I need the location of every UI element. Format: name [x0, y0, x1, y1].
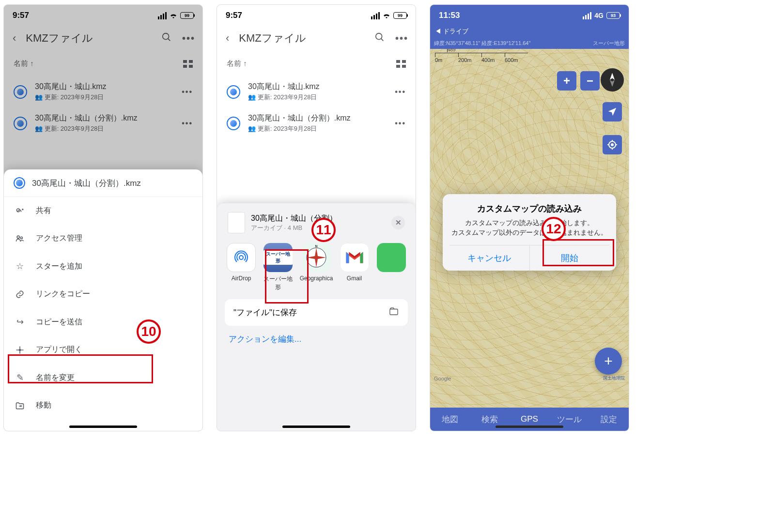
status-bar: 11:53 4G 93 — [430, 5, 629, 26]
edit-actions[interactable]: アクションを編集... — [225, 326, 408, 347]
file-more-icon[interactable]: ••• — [395, 88, 406, 96]
back-button[interactable]: ‹ — [226, 32, 229, 45]
file-subtitle: 👥 更新: 2023年9月28日 — [248, 124, 387, 133]
share-icon — [15, 206, 25, 216]
menu-star[interactable]: ☆スターを追加 — [4, 252, 202, 280]
phone-1: 9:57 99 ‹ KMZファイル ••• 名前 ↑ 30高尾山・城山.kmz … — [4, 5, 202, 431]
scale-bar: 489 0m200m400m600m — [435, 53, 528, 63]
page-title: KMZファイル — [239, 31, 364, 46]
home-indicator — [496, 426, 563, 428]
file-more-icon[interactable]: ••• — [395, 119, 406, 128]
menu-access[interactable]: アクセス管理 — [4, 225, 202, 252]
star-icon: ☆ — [15, 261, 25, 272]
svg-point-6 — [376, 33, 382, 39]
context-sheet: 30高尾山・城山（分割）.kmz 共有 アクセス管理 ☆スターを追加 リンクをコ… — [4, 169, 202, 431]
close-button[interactable]: ✕ — [391, 216, 405, 229]
menu-share[interactable]: 共有 — [4, 197, 202, 225]
svg-point-5 — [19, 349, 20, 350]
document-icon — [228, 212, 245, 233]
network-label: 4G — [594, 12, 604, 19]
dialog-message: カスタムマップの読み込みを開始します。カスタムマップ以外のデータは読み込まれませ… — [450, 218, 609, 238]
file-type-icon — [227, 117, 240, 130]
share-app-row: AirDrop スーパー地形 スーパー地形 N Geographica Gmai… — [225, 240, 408, 296]
step-badge-11: 11 — [311, 218, 336, 242]
step-badge-12: 12 — [542, 217, 566, 241]
sort-row[interactable]: 名前 ↑ — [217, 54, 416, 76]
signal-icon — [583, 12, 591, 19]
drive-header: ‹ KMZファイル ••• — [217, 26, 416, 54]
home-indicator — [69, 426, 137, 428]
gmail-icon — [340, 243, 369, 272]
app-more[interactable] — [376, 243, 407, 291]
app-airdrop[interactable]: AirDrop — [226, 243, 257, 291]
back-to-drive[interactable]: ◀ ドライブ — [430, 26, 629, 39]
file-subtitle: 👥 更新: 2023年9月28日 — [248, 93, 387, 102]
search-icon[interactable] — [374, 32, 386, 45]
file-type-icon — [227, 85, 240, 99]
dialog-title: カスタムマップの読み込み — [450, 203, 609, 214]
layer-label: スーパー地形 — [593, 40, 625, 47]
coord-bar: 緯度:N35°37'48.11" 経度:E139°12'11.64" スーパー地… — [430, 39, 629, 49]
svg-point-8 — [239, 256, 243, 259]
step-badge-10: 10 — [137, 319, 161, 344]
file-row[interactable]: 30高尾山・城山（分割）.kmz 👥 更新: 2023年9月28日 ••• — [217, 107, 416, 139]
folder-move-icon — [15, 401, 25, 410]
send-icon: ↪ — [15, 317, 25, 327]
svg-text:N: N — [315, 244, 317, 248]
tab-settings[interactable]: 設定 — [589, 408, 629, 431]
tab-map[interactable]: 地図 — [430, 408, 470, 431]
add-fab[interactable]: + — [595, 348, 622, 375]
svg-point-3 — [17, 236, 19, 238]
app-gmail[interactable]: Gmail — [339, 243, 370, 291]
save-to-files[interactable]: "ファイル"に保存 — [225, 299, 408, 326]
svg-point-15 — [611, 144, 613, 146]
sort-label: 名前 ↑ — [227, 59, 247, 68]
center-button[interactable] — [603, 135, 622, 154]
file-name: 30高尾山・城山（分割）.kmz — [248, 113, 387, 123]
zoom-out-button[interactable]: − — [580, 71, 600, 91]
svg-line-7 — [381, 38, 384, 41]
app-more-icon — [377, 243, 406, 272]
svg-rect-11 — [390, 309, 398, 315]
menu-move[interactable]: 移動 — [4, 392, 202, 419]
view-grid-icon[interactable] — [396, 60, 406, 68]
highlight-12 — [542, 239, 614, 266]
link-icon — [15, 289, 25, 299]
map-attribution: Google — [434, 376, 451, 381]
signal-icon — [371, 12, 380, 19]
phone-2: 9:57 99 ‹ KMZファイル ••• 名前 ↑ 30高尾山・城山.kmz … — [217, 5, 416, 431]
compass-button[interactable] — [601, 68, 624, 91]
more-icon[interactable]: ••• — [395, 33, 407, 44]
highlight-10 — [8, 354, 153, 383]
svg-point-4 — [20, 237, 22, 239]
file-type-icon — [14, 177, 25, 189]
file-row[interactable]: 30高尾山・城山.kmz 👥 更新: 2023年9月28日 ••• — [217, 76, 416, 107]
map-canvas[interactable]: 489 0m200m400m600m + − + Google 国土地理院 カス… — [430, 49, 629, 408]
status-time: 11:53 — [439, 11, 460, 20]
battery-icon: 99 — [393, 12, 407, 19]
people-icon — [15, 234, 25, 243]
folder-icon — [388, 307, 399, 318]
svg-marker-12 — [610, 73, 615, 80]
battery-icon: 93 — [606, 12, 620, 19]
dialog-cancel-button[interactable]: キャンセル — [450, 245, 529, 271]
phone-3: 11:53 4G 93 ◀ ドライブ 緯度:N35°37'48.11" 経度:E… — [430, 5, 629, 431]
file-name: 30高尾山・城山.kmz — [248, 82, 387, 92]
open-with-icon — [15, 345, 25, 355]
status-bar: 9:57 99 — [217, 5, 416, 26]
highlight-11 — [265, 249, 309, 304]
home-indicator — [282, 426, 350, 428]
wifi-icon — [383, 13, 390, 18]
menu-copy-link[interactable]: リンクをコピー — [4, 280, 202, 308]
menu-send-copy[interactable]: ↪コピーを送信 — [4, 308, 202, 336]
sheet-file-name: 30高尾山・城山（分割）.kmz — [32, 178, 141, 189]
zoom-in-button[interactable]: + — [557, 71, 576, 91]
locate-button[interactable] — [603, 102, 622, 122]
airdrop-icon — [227, 243, 256, 272]
map-credit: 国土地理院 — [603, 375, 625, 381]
svg-marker-13 — [610, 80, 615, 87]
status-time: 9:57 — [226, 11, 242, 20]
